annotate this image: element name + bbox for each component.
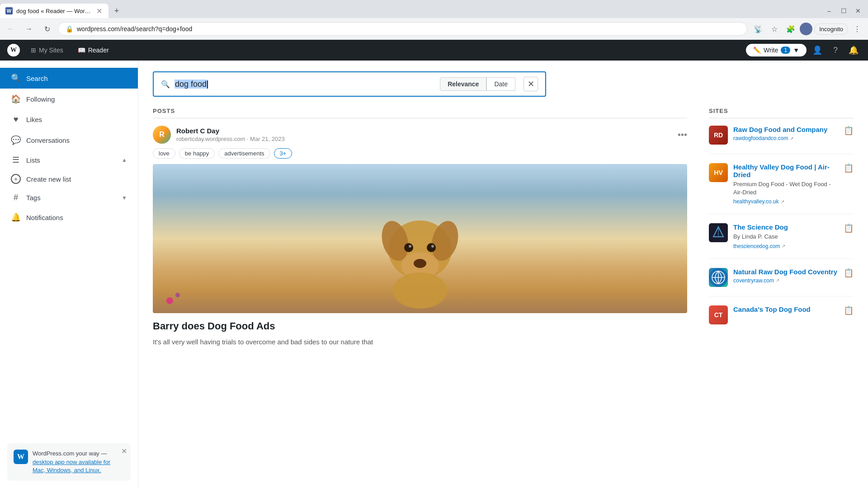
promo-close-button[interactable]: ✕ (121, 447, 127, 455)
sidebar-likes-label: Likes (26, 116, 42, 123)
create-new-list[interactable]: + Create new list (0, 169, 138, 188)
site-name-coventryraw[interactable]: Natural Raw Dog Food Coventry (733, 268, 838, 276)
incognito-label: Incognito (819, 26, 843, 33)
sites-column: SITES RD Raw Dog Food and Company rawdog… (709, 108, 854, 358)
site-info-canadatop: Canada's Top Dog Food (733, 305, 838, 315)
browser-window: W dog food « Reader — WordPress ✕ + – ☐ … (0, 0, 868, 40)
sidebar-following-label: Following (26, 95, 55, 103)
promo-content: W WordPress.com your way — desktop app n… (14, 450, 124, 474)
toolbar-actions: 📡 ☆ 🧩 Incognito ⋮ (751, 22, 864, 36)
tag-advertisements[interactable]: advertisements (218, 148, 270, 159)
site-name-healthyvalley[interactable]: Healthy Valley Dog Food | Air-Dried (733, 163, 838, 178)
sciencedog-svg (709, 223, 728, 242)
post-meta: robertcday.wordpress.com · Mar 21, 2023 (176, 136, 672, 142)
content-area: 🔍 dog food Relevance Date ✕ POSTS R (138, 61, 868, 488)
plus-icon: + (11, 174, 21, 184)
sidebar-item-likes[interactable]: ♥ Likes (0, 109, 138, 130)
conversations-icon: 💬 (11, 135, 21, 145)
search-clear-button[interactable]: ✕ (524, 77, 538, 91)
cast-icon[interactable]: 📡 (751, 22, 765, 36)
reload-button[interactable]: ↻ (40, 22, 54, 36)
sidebar: 🔍 Search 🏠 Following ♥ Likes 💬 Conversat… (0, 61, 138, 488)
write-label: Write (764, 47, 778, 54)
post-tags: love be happy advertisements 3+ (153, 148, 687, 159)
my-sites-nav[interactable]: ⊞ My Sites (27, 45, 67, 56)
external-link-icon-cr: ↗ (776, 278, 779, 283)
sidebar-tags-header[interactable]: # Tags ▼ (0, 188, 138, 207)
write-button[interactable]: ✏️ Write 1 ▼ (746, 44, 807, 56)
search-input-text[interactable]: dog food (175, 80, 435, 89)
search-box-icon: 🔍 (161, 80, 170, 89)
sidebar-item-search[interactable]: 🔍 Search (0, 68, 138, 89)
site-follow-button-healthyvalley[interactable]: 📋 (844, 163, 854, 173)
promo-link[interactable]: desktop app now available for Mac, Windo… (33, 459, 110, 474)
help-icon[interactable]: ? (828, 43, 843, 57)
promo-banner: ✕ W WordPress.com your way — desktop app… (7, 443, 131, 481)
promo-text: WordPress.com your way — desktop app now… (33, 450, 124, 474)
search-icon: 🔍 (11, 73, 21, 83)
site-follow-button-rawdogfood[interactable]: 📋 (844, 126, 854, 136)
sidebar-item-following[interactable]: 🏠 Following (0, 89, 138, 109)
sidebar-item-notifications[interactable]: 🔔 Notifications (0, 207, 138, 228)
site-follow-button-sciencedog[interactable]: 📋 (844, 223, 854, 233)
notifications-sidebar-icon: 🔔 (11, 212, 21, 222)
wp-logo[interactable]: W (7, 44, 20, 56)
post-image (153, 164, 687, 313)
site-item-canadatop: CT Canada's Top Dog Food 📋 (709, 305, 854, 333)
profile-avatar[interactable] (800, 23, 812, 35)
search-cursor (207, 80, 208, 89)
site-info-coventryraw: Natural Raw Dog Food Coventry coventryra… (733, 268, 838, 284)
site-name-rawdogfood[interactable]: Raw Dog Food and Company (733, 126, 838, 133)
new-tab-button[interactable]: + (110, 5, 123, 17)
site-name-canadatop[interactable]: Canada's Top Dog Food (733, 305, 838, 313)
maximize-button[interactable]: ☐ (837, 5, 850, 17)
promo-title: WordPress.com your way — (33, 450, 107, 457)
site-avatar-coventryraw (709, 268, 728, 287)
svg-point-9 (393, 272, 447, 309)
tag-more[interactable]: 3+ (274, 148, 292, 159)
extension-icon[interactable]: 🧩 (783, 22, 798, 36)
author-avatar: R (153, 126, 171, 144)
site-name-sciencedog[interactable]: The Science Dog (733, 223, 838, 231)
more-menu-button[interactable]: ⋮ (850, 22, 864, 36)
author-info: Robert C Day robertcday.wordpress.com · … (176, 127, 672, 142)
lists-toggle-icon: ▲ (122, 157, 127, 163)
bookmark-icon[interactable]: ☆ (767, 22, 782, 36)
tag-love[interactable]: love (153, 148, 175, 159)
tag-be-happy[interactable]: be happy (179, 148, 215, 159)
search-query-text: dog food (175, 80, 207, 89)
lock-icon: 🔒 (66, 25, 73, 33)
write-chevron: ▼ (793, 47, 799, 54)
site-follow-button-coventryraw[interactable]: 📋 (844, 268, 854, 278)
incognito-button[interactable]: Incognito (814, 23, 848, 35)
author-name[interactable]: Robert C Day (176, 127, 672, 135)
site-desc-healthyvalley: Premium Dog Food - Wet Dog Food - Air-Dr… (733, 180, 838, 197)
relevance-filter-button[interactable]: Relevance (440, 77, 486, 91)
external-link-icon-sd: ↗ (782, 244, 785, 249)
sidebar-item-conversations[interactable]: 💬 Conversations (0, 130, 138, 150)
post-menu-button[interactable]: ••• (678, 130, 687, 140)
svg-point-8 (431, 245, 434, 248)
post-title[interactable]: Barry does Dog Food Ads (153, 320, 687, 332)
tab-close-button[interactable]: ✕ (95, 7, 103, 15)
search-filter-buttons: Relevance Date (440, 77, 515, 91)
reader-nav[interactable]: 📖 Reader (74, 45, 113, 56)
close-window-button[interactable]: ✕ (852, 5, 864, 17)
sidebar-lists-header[interactable]: ☰ Lists ▲ (0, 150, 138, 169)
active-tab[interactable]: W dog food « Reader — WordPress ✕ (0, 4, 108, 18)
search-box[interactable]: 🔍 dog food Relevance Date ✕ (153, 71, 546, 97)
profile-icon[interactable]: 👤 (810, 43, 825, 57)
notifications-icon[interactable]: 🔔 (846, 43, 861, 57)
back-button[interactable]: ← (4, 22, 18, 36)
site-avatar-rawdogfood: RD (709, 126, 728, 145)
site-follow-button-canadatop[interactable]: 📋 (844, 305, 854, 315)
address-bar[interactable]: 🔒 wordpress.com/read/search?q=dog+food (58, 22, 747, 36)
post-excerpt: It's all very well having trials to over… (153, 337, 687, 347)
minimize-button[interactable]: – (823, 5, 835, 17)
site-item-sciencedog: The Science Dog By Linda P. Case thescie… (709, 223, 854, 258)
results-layout: POSTS R Robert C Day robertcday.wordpres… (153, 108, 854, 358)
external-link-icon-hv: ↗ (781, 199, 784, 204)
forward-button[interactable]: → (22, 22, 36, 36)
date-filter-button[interactable]: Date (486, 77, 515, 91)
site-item-coventryraw: Natural Raw Dog Food Coventry coventryra… (709, 268, 854, 296)
